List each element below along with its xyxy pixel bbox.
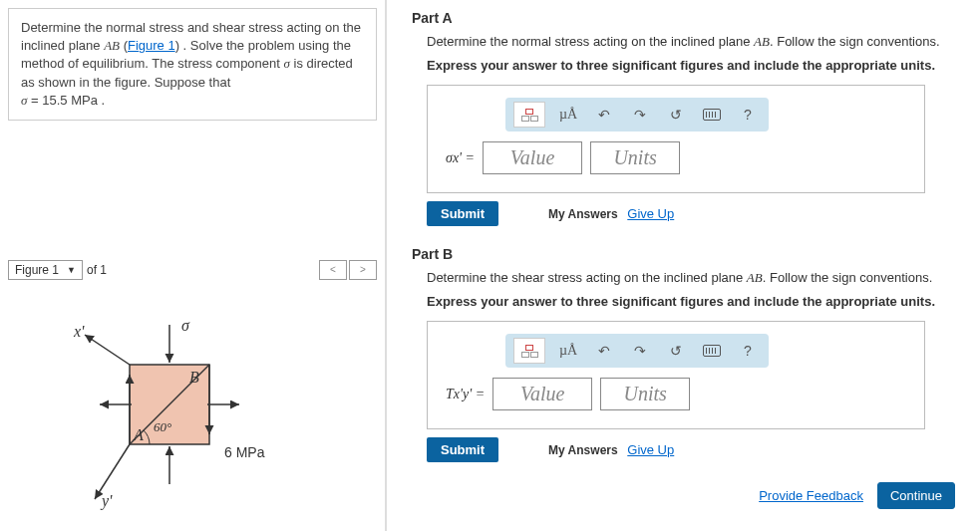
part-b-toolbar: µÅ ↶ ↷ ↺ ?	[505, 334, 769, 368]
template-icon[interactable]	[513, 338, 545, 364]
provide-feedback-link[interactable]: Provide Feedback	[759, 488, 863, 503]
left-panel: Determine the normal stress and shear st…	[0, 0, 387, 531]
part-b-instructions: Express your answer to three significant…	[427, 294, 960, 309]
figure-of: of 1	[87, 263, 107, 277]
part-a-desc-pre: Determine the normal stress acting on th…	[427, 34, 754, 49]
part-b-submit-button[interactable]: Submit	[427, 437, 498, 462]
figure-prev-button[interactable]: <	[319, 260, 347, 280]
part-a-give-up-link[interactable]: Give Up	[627, 206, 674, 221]
part-a-ab: AB	[754, 34, 770, 49]
figure-link[interactable]: Figure 1	[128, 38, 175, 53]
keyboard-icon[interactable]	[699, 102, 725, 128]
template-icon[interactable]	[513, 102, 545, 128]
paren-open: (	[120, 38, 128, 53]
right-panel: Part A Determine the normal stress actin…	[387, 0, 980, 531]
part-a-answer-box: µÅ ↶ ↷ ↺ ? σx' = Value Units	[427, 85, 925, 193]
part-b-value-input[interactable]: Value	[492, 378, 592, 410]
mpa-unit: MPa	[71, 93, 98, 108]
figure-select[interactable]: Figure 1	[8, 260, 83, 280]
redo-icon[interactable]: ↷	[627, 338, 653, 364]
help-icon[interactable]: ?	[735, 338, 761, 364]
part-a-desc: Determine the normal stress acting on th…	[427, 34, 960, 50]
part-b-units-input[interactable]: Units	[600, 378, 690, 410]
part-a-my-answers: My Answers	[548, 207, 618, 221]
part-b-answer-box: µÅ ↶ ↷ ↺ ? Tx'y' = Value Units	[427, 321, 925, 429]
part-b-ab: AB	[747, 270, 763, 285]
a-label: A	[134, 426, 144, 444]
sigma-val: = 15.5	[27, 93, 71, 108]
part-b-variable: Tx'y' =	[446, 387, 485, 402]
keyboard-icon[interactable]	[699, 338, 725, 364]
part-a-answer-row: σx' = Value Units	[446, 141, 906, 174]
undo-icon[interactable]: ↶	[591, 338, 617, 364]
part-a-title: Part A	[412, 10, 960, 26]
problem-statement: Determine the normal stress and shear st…	[8, 8, 377, 121]
part-b-desc: Determine the shear stress acting on the…	[427, 270, 960, 286]
angle-label: 60°	[154, 419, 171, 435]
part-a-toolbar: µÅ ↶ ↷ ↺ ?	[505, 98, 769, 132]
part-a-value-input[interactable]: Value	[483, 141, 582, 174]
part-a-units-input[interactable]: Units	[590, 141, 680, 174]
redo-icon[interactable]: ↷	[627, 102, 653, 128]
part-b-submit-row: Submit My Answers Give Up	[427, 437, 960, 462]
figure-next-button[interactable]: >	[349, 260, 377, 280]
footer: Provide Feedback Continue	[412, 482, 955, 509]
part-b-answer-row: Tx'y' = Value Units	[446, 378, 906, 410]
help-icon[interactable]: ?	[735, 102, 761, 128]
part-b-my-answers: My Answers	[548, 443, 618, 457]
svg-line-8	[85, 335, 130, 365]
part-a-instructions: Express your answer to three significant…	[427, 58, 960, 73]
special-char-button[interactable]: µÅ	[555, 338, 581, 364]
part-b-title: Part B	[412, 246, 960, 262]
continue-button[interactable]: Continue	[877, 482, 955, 509]
special-char-button[interactable]: µÅ	[555, 102, 581, 128]
part-a-submit-row: Submit My Answers Give Up	[427, 201, 960, 226]
part-b-desc-pre: Determine the shear stress acting on the…	[427, 270, 747, 285]
undo-icon[interactable]: ↶	[591, 102, 617, 128]
part-a-variable: σx' =	[446, 150, 475, 166]
part-b-give-up-link[interactable]: Give Up	[627, 442, 674, 457]
b-label: B	[189, 369, 199, 387]
dot: .	[98, 93, 105, 108]
ab-label: AB	[104, 38, 120, 53]
part-a-desc-post: . Follow the sign conventions.	[770, 34, 940, 49]
part-b-desc-post: . Follow the sign conventions.	[763, 270, 933, 285]
bottom-stress-label: 6 MPa	[224, 444, 264, 460]
xprime-label: x'	[74, 323, 85, 341]
svg-line-9	[95, 444, 130, 499]
sigma-label: σ	[181, 317, 189, 335]
part-a-submit-button[interactable]: Submit	[427, 201, 498, 226]
figure-nav-bar: Figure 1 of 1 < >	[8, 260, 377, 280]
figure-canvas: x' σ B A 60° 6 MPa y'	[30, 295, 355, 514]
reset-icon[interactable]: ↺	[663, 338, 689, 364]
yprime-label: y'	[102, 492, 113, 510]
reset-icon[interactable]: ↺	[663, 102, 689, 128]
